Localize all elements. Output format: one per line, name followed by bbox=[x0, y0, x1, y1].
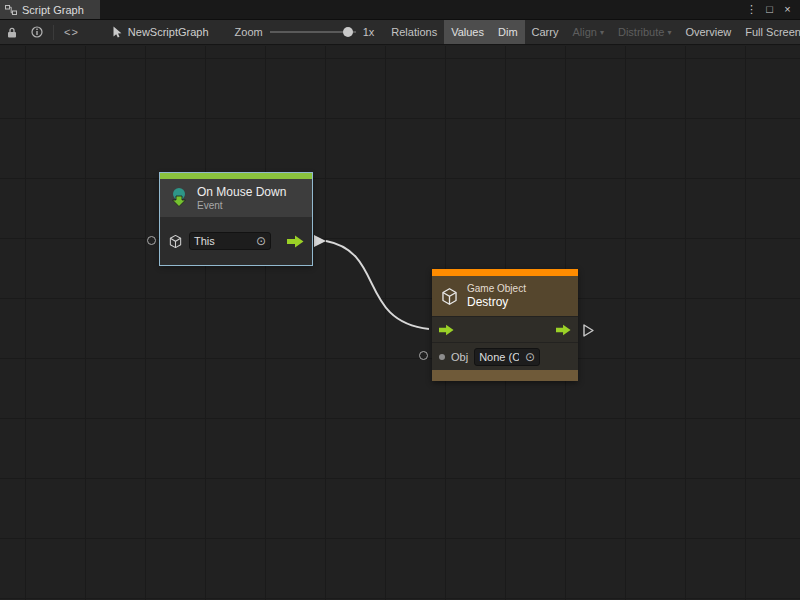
toolbar-separator bbox=[53, 25, 54, 40]
obj-field[interactable]: None (O ⊙ bbox=[474, 348, 540, 366]
align-button: Align▾ bbox=[565, 20, 610, 44]
graph-toolbar: <> NewScriptGraph Zoom 1x Relations Valu… bbox=[0, 19, 800, 45]
values-button[interactable]: Values bbox=[444, 20, 491, 44]
object-picker-icon[interactable]: ⊙ bbox=[256, 234, 266, 248]
cursor-icon bbox=[112, 26, 123, 38]
dim-button[interactable]: Dim bbox=[491, 20, 525, 44]
lock-icon[interactable] bbox=[0, 20, 24, 44]
fullscreen-button[interactable]: Full Screen bbox=[738, 20, 800, 44]
flow-output-arrow-icon[interactable] bbox=[556, 324, 571, 336]
graph-name-label[interactable]: NewScriptGraph bbox=[128, 26, 209, 38]
target-field[interactable]: This ⊙ bbox=[189, 232, 271, 250]
close-icon[interactable]: × bbox=[780, 2, 795, 17]
cube-icon bbox=[440, 287, 459, 306]
window-tab-title: Script Graph bbox=[22, 4, 84, 16]
info-icon[interactable] bbox=[24, 20, 50, 44]
connection-wire[interactable] bbox=[0, 46, 800, 600]
kebab-menu-icon[interactable]: ⋮ bbox=[744, 2, 759, 17]
chevron-down-icon: ▾ bbox=[600, 28, 604, 37]
flow-output-arrow-icon[interactable] bbox=[287, 235, 304, 248]
window-titlebar: Script Graph ⋮ □ × bbox=[0, 0, 800, 19]
overview-button[interactable]: Overview bbox=[678, 20, 738, 44]
event-icon bbox=[168, 187, 190, 209]
titlebar-drag-area bbox=[100, 0, 744, 19]
chevron-down-icon: ▾ bbox=[667, 28, 671, 37]
relations-button[interactable]: Relations bbox=[384, 20, 444, 44]
obj-field-value: None (O bbox=[479, 351, 519, 363]
destroy-node-category: Game Object bbox=[467, 283, 526, 294]
zoom-value: 1x bbox=[363, 26, 375, 38]
zoom-slider[interactable] bbox=[270, 31, 356, 33]
event-node-title: On Mouse Down bbox=[197, 185, 286, 199]
cube-icon bbox=[168, 234, 183, 249]
zoom-slider-knob[interactable] bbox=[343, 27, 353, 37]
destroy-node[interactable]: Game Object Destroy Obj None (O ⊙ bbox=[432, 269, 578, 381]
destroy-node-accent bbox=[432, 269, 578, 276]
flow-input-arrow-icon[interactable] bbox=[439, 324, 454, 336]
code-view-icon[interactable]: <> bbox=[57, 20, 86, 44]
obj-param-label: Obj bbox=[451, 351, 468, 363]
distribute-button: Distribute▾ bbox=[611, 20, 678, 44]
script-graph-tab[interactable]: Script Graph bbox=[0, 0, 100, 19]
on-mouse-down-node[interactable]: On Mouse Down Event This ⊙ bbox=[160, 173, 312, 265]
destroy-node-footer bbox=[432, 370, 578, 381]
event-target-port[interactable] bbox=[147, 236, 156, 245]
carry-button[interactable]: Carry bbox=[525, 20, 566, 44]
destroy-obj-port[interactable] bbox=[419, 351, 428, 360]
object-picker-icon[interactable]: ⊙ bbox=[525, 350, 535, 364]
destroy-node-title: Destroy bbox=[467, 295, 526, 309]
graph-canvas[interactable]: On Mouse Down Event This ⊙ bbox=[0, 46, 800, 600]
value-port-dot bbox=[439, 354, 445, 360]
script-graph-icon bbox=[5, 4, 17, 16]
zoom-label: Zoom bbox=[235, 26, 263, 38]
event-node-subtitle: Event bbox=[197, 200, 286, 211]
target-field-value: This bbox=[194, 235, 215, 247]
flow-continuation-triangle-icon[interactable] bbox=[583, 323, 594, 341]
maximize-icon[interactable]: □ bbox=[762, 2, 777, 17]
